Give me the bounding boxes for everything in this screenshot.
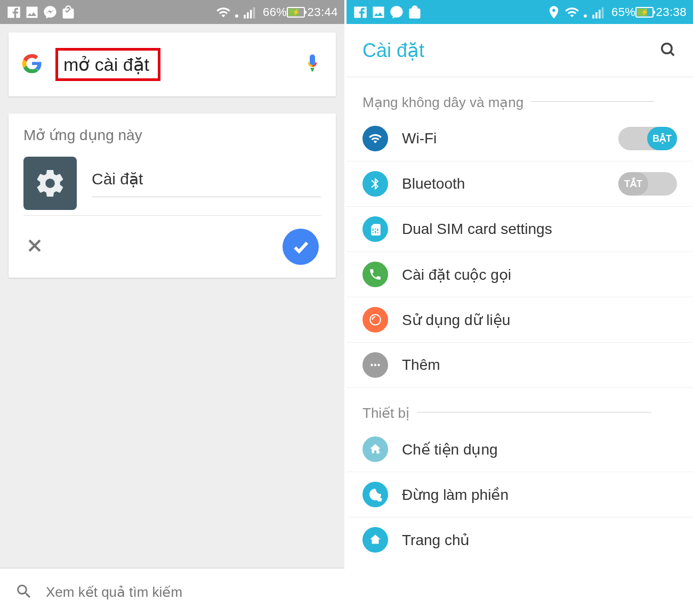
svg-point-0 bbox=[235, 14, 238, 18]
battery-icon: ⚡ bbox=[635, 7, 654, 18]
bluetooth-icon bbox=[362, 171, 388, 197]
row-home[interactable]: Trang chủ bbox=[346, 517, 693, 562]
signal-dot-icon bbox=[583, 5, 588, 20]
svg-rect-4 bbox=[253, 7, 255, 18]
google-now-screen: 66% ⚡ 23:44 mở cài đặt Mở ứng dụng này C… bbox=[0, 0, 346, 616]
settings-screen: 65% ⚡ 23:38 Cài đặt Mạng không dây và mạ… bbox=[346, 0, 693, 616]
svg-point-13 bbox=[374, 364, 376, 366]
bluetooth-toggle[interactable]: TẮT bbox=[618, 172, 677, 196]
row-call[interactable]: Cài đặt cuộc gọi bbox=[346, 252, 693, 297]
bluetooth-label: Bluetooth bbox=[402, 175, 605, 192]
easy-mode-icon bbox=[362, 436, 388, 462]
signal-dot-icon bbox=[234, 5, 239, 20]
dualsim-label: Dual SIM card settings bbox=[402, 221, 677, 238]
section-device-header: Thiết bị bbox=[346, 388, 693, 427]
svg-rect-7 bbox=[595, 12, 598, 19]
search-results-bar[interactable]: Xem kết quả tìm kiếm bbox=[0, 568, 344, 616]
svg-line-11 bbox=[671, 52, 674, 55]
settings-app-icon bbox=[23, 157, 77, 210]
battery-pct: 66% bbox=[263, 5, 287, 19]
wifi-label: Wi-Fi bbox=[402, 130, 605, 147]
open-app-card: Mở ứng dụng này Cài đặt bbox=[9, 114, 336, 278]
facebook-icon bbox=[6, 5, 21, 20]
svg-rect-3 bbox=[250, 10, 252, 18]
row-data[interactable]: Sử dụng dữ liệu bbox=[346, 297, 693, 343]
more-label: Thêm bbox=[402, 356, 677, 374]
row-bluetooth[interactable]: Bluetooth TẮT bbox=[346, 161, 693, 207]
card-actions bbox=[23, 224, 321, 269]
photos-icon bbox=[25, 5, 39, 20]
data-label: Sử dụng dữ liệu bbox=[402, 311, 677, 329]
dnd-icon bbox=[362, 482, 388, 507]
row-more[interactable]: Thêm bbox=[346, 343, 693, 388]
svg-rect-2 bbox=[247, 12, 249, 19]
svg-rect-1 bbox=[244, 14, 246, 18]
battery-icon: ⚡ bbox=[287, 7, 305, 18]
sim-icon bbox=[362, 216, 388, 242]
signal-icon bbox=[591, 5, 606, 20]
store-icon bbox=[61, 5, 76, 20]
call-label: Cài đặt cuộc gọi bbox=[402, 266, 677, 283]
row-wifi[interactable]: Wi-Fi BẬT bbox=[346, 116, 693, 161]
status-bar-left: 66% ⚡ 23:44 bbox=[0, 0, 344, 24]
svg-rect-6 bbox=[592, 14, 594, 18]
row-easy[interactable]: Chế tiện dụng bbox=[346, 427, 693, 472]
clock: 23:38 bbox=[656, 5, 687, 19]
svg-point-5 bbox=[584, 14, 587, 18]
home-icon bbox=[362, 527, 388, 553]
messenger-icon bbox=[389, 5, 404, 20]
search-results-label: Xem kết quả tìm kiếm bbox=[46, 584, 182, 601]
row-dnd[interactable]: Đừng làm phiền bbox=[346, 472, 693, 517]
settings-title: Cài đặt bbox=[362, 39, 659, 62]
svg-rect-8 bbox=[599, 10, 601, 18]
svg-point-10 bbox=[662, 43, 672, 53]
wifi-icon bbox=[216, 5, 231, 20]
dnd-label: Đừng làm phiền bbox=[402, 486, 677, 504]
facebook-icon bbox=[353, 5, 368, 20]
svg-point-15 bbox=[376, 450, 380, 454]
row-dualsim[interactable]: Dual SIM card settings bbox=[346, 207, 693, 252]
google-logo-icon bbox=[21, 53, 43, 76]
search-query-highlight: mở cài đặt bbox=[55, 48, 160, 81]
store-icon bbox=[407, 5, 422, 20]
wifi-icon bbox=[565, 5, 579, 20]
phone-icon bbox=[362, 262, 388, 287]
battery-pct: 65% bbox=[611, 5, 636, 19]
photos-icon bbox=[371, 5, 386, 20]
data-usage-icon bbox=[362, 307, 388, 333]
search-icon[interactable] bbox=[659, 40, 677, 61]
messenger-icon bbox=[43, 5, 58, 20]
status-bar-right: 65% ⚡ 23:38 bbox=[346, 0, 693, 24]
more-icon bbox=[362, 352, 388, 378]
card-heading: Mở ứng dụng này bbox=[23, 126, 321, 144]
search-query-text: mở cài đặt bbox=[63, 54, 149, 75]
dismiss-button[interactable] bbox=[26, 237, 44, 257]
wifi-toggle[interactable]: BẬT bbox=[618, 127, 677, 150]
search-icon bbox=[15, 582, 33, 603]
app-name-label: Cài đặt bbox=[92, 169, 321, 197]
search-card[interactable]: mở cài đặt bbox=[9, 33, 336, 96]
svg-point-14 bbox=[377, 364, 380, 366]
home-label: Trang chủ bbox=[402, 531, 677, 549]
section-network-header: Mạng không dây và mạng bbox=[346, 77, 693, 116]
svg-rect-9 bbox=[602, 7, 604, 18]
app-row[interactable]: Cài đặt bbox=[23, 157, 321, 216]
mic-icon[interactable] bbox=[302, 53, 323, 76]
easy-label: Chế tiện dụng bbox=[402, 441, 677, 458]
confirm-button[interactable] bbox=[283, 229, 319, 265]
signal-icon bbox=[243, 5, 257, 20]
wifi-icon bbox=[362, 126, 388, 151]
location-icon bbox=[546, 5, 561, 20]
clock: 23:44 bbox=[307, 5, 338, 19]
svg-point-12 bbox=[370, 364, 373, 366]
settings-header: Cài đặt bbox=[346, 24, 693, 77]
